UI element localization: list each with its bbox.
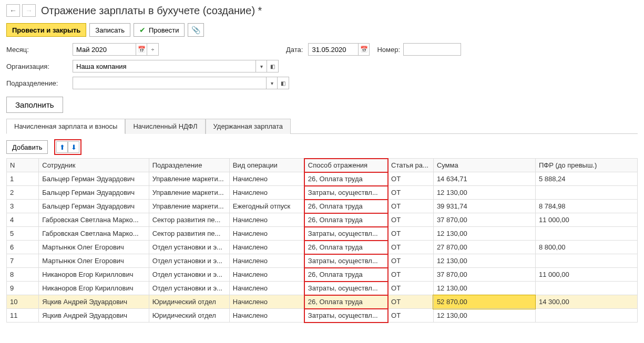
table-row[interactable]: 3Бальцер Герман ЭдуардовичУправление мар… xyxy=(7,200,638,213)
cell-article[interactable]: ОТ xyxy=(388,241,434,254)
cell-pfr[interactable] xyxy=(535,227,637,241)
cell-sum[interactable]: 37 870,00 xyxy=(433,213,535,227)
dep-open-button[interactable]: ◧ xyxy=(278,77,289,89)
cell-employee[interactable]: Никаноров Егор Кириллович xyxy=(39,282,149,295)
cell-pfr[interactable] xyxy=(535,282,637,295)
cell-operation[interactable]: Начислено xyxy=(229,268,304,282)
cell-department[interactable]: Отдел установки и э... xyxy=(149,241,229,254)
attach-button[interactable]: 📎 xyxy=(188,23,204,37)
cell-n[interactable]: 9 xyxy=(7,282,39,295)
cell-method[interactable]: 26, Оплата труда xyxy=(304,213,387,227)
cell-employee[interactable]: Яцкив Андрей Эдуардович xyxy=(39,295,149,309)
cell-sum[interactable]: 12 130,00 xyxy=(433,254,535,268)
cell-operation[interactable]: Начислено xyxy=(229,172,304,186)
table-row[interactable]: 1Бальцер Герман ЭдуардовичУправление мар… xyxy=(7,172,638,186)
cell-department[interactable]: Управление маркети... xyxy=(149,200,229,213)
cell-article[interactable]: ОТ xyxy=(388,309,434,323)
col-method[interactable]: Способ отражения xyxy=(304,159,387,172)
cell-sum[interactable]: 12 130,00 xyxy=(433,227,535,241)
col-operation[interactable]: Вид операции xyxy=(229,159,304,172)
add-button[interactable]: Добавить xyxy=(6,140,48,154)
cell-n[interactable]: 11 xyxy=(7,309,39,323)
cell-n[interactable]: 6 xyxy=(7,241,39,254)
cell-article[interactable]: ОТ xyxy=(388,282,434,295)
col-sum[interactable]: Сумма xyxy=(433,159,535,172)
forward-button[interactable]: → xyxy=(22,4,36,17)
cell-operation[interactable]: Начислено xyxy=(229,254,304,268)
cell-sum[interactable]: 12 130,00 xyxy=(433,282,535,295)
cell-employee[interactable]: Бальцер Герман Эдуардович xyxy=(39,172,149,186)
table-row[interactable]: 5Габровская Светлана Марко...Сектор разв… xyxy=(7,227,638,241)
cell-method[interactable]: Затраты, осуществл... xyxy=(304,282,387,295)
cell-n[interactable]: 1 xyxy=(7,172,39,186)
cell-sum[interactable]: 27 870,00 xyxy=(433,241,535,254)
post-and-close-button[interactable]: Провести и закрыть xyxy=(6,23,86,37)
cell-operation[interactable]: Начислено xyxy=(229,295,304,309)
cell-article[interactable]: ОТ xyxy=(388,227,434,241)
table-row[interactable]: 7Мартынюк Олег ЕгоровичОтдел установки и… xyxy=(7,254,638,268)
cell-operation[interactable]: Начислено xyxy=(229,282,304,295)
cell-n[interactable]: 5 xyxy=(7,227,39,241)
cell-method[interactable]: 26, Оплата труда xyxy=(304,241,387,254)
table-row[interactable]: 9Никаноров Егор КирилловичОтдел установк… xyxy=(7,282,638,295)
cell-pfr[interactable]: 11 000,00 xyxy=(535,268,637,282)
number-input[interactable] xyxy=(403,43,461,56)
cell-operation[interactable]: Начислено xyxy=(229,309,304,323)
cell-method[interactable]: 26, Оплата труда xyxy=(304,172,387,186)
cell-pfr[interactable]: 8 800,00 xyxy=(535,241,637,254)
cell-operation[interactable]: Ежегодный отпуск xyxy=(229,200,304,213)
dep-dropdown-button[interactable]: ▾ xyxy=(266,77,278,89)
cell-operation[interactable]: Начислено xyxy=(229,186,304,200)
fill-button[interactable]: Заполнить xyxy=(6,97,63,113)
col-department[interactable]: Подразделение xyxy=(149,159,229,172)
cell-article[interactable]: ОТ xyxy=(388,254,434,268)
cell-sum[interactable]: 14 634,71 xyxy=(433,172,535,186)
tab-ndfl[interactable]: Начисленный НДФЛ xyxy=(125,119,205,134)
cell-article[interactable]: ОТ xyxy=(388,213,434,227)
tab-withheld[interactable]: Удержанная зарплата xyxy=(206,119,291,134)
cell-department[interactable]: Юридический отдел xyxy=(149,309,229,323)
month-input[interactable] xyxy=(73,43,136,56)
cell-department[interactable]: Управление маркети... xyxy=(149,186,229,200)
tab-accrued-salary[interactable]: Начисленная зарплата и взносы xyxy=(6,119,125,134)
cell-department[interactable]: Отдел установки и э... xyxy=(149,268,229,282)
col-employee[interactable]: Сотрудник xyxy=(39,159,149,172)
month-calendar-button[interactable]: 📅 xyxy=(136,43,147,56)
cell-employee[interactable]: Мартынюк Олег Егорович xyxy=(39,241,149,254)
cell-method[interactable]: Затраты, осуществл... xyxy=(304,309,387,323)
col-pfr[interactable]: ПФР (до превыш.) xyxy=(535,159,637,172)
table-row[interactable]: 2Бальцер Герман ЭдуардовичУправление мар… xyxy=(7,186,638,200)
cell-department[interactable]: Сектор развития пе... xyxy=(149,213,229,227)
table-row[interactable]: 4Габровская Светлана Марко...Сектор разв… xyxy=(7,213,638,227)
org-open-button[interactable]: ◧ xyxy=(267,60,279,72)
org-dropdown-button[interactable]: ▾ xyxy=(255,60,267,72)
cell-pfr[interactable]: 11 000,00 xyxy=(535,213,637,227)
cell-sum[interactable]: 52 870,00 xyxy=(433,295,535,309)
cell-method[interactable]: 26, Оплата труда xyxy=(304,295,387,309)
cell-operation[interactable]: Начислено xyxy=(229,213,304,227)
cell-pfr[interactable] xyxy=(535,186,637,200)
cell-department[interactable]: Управление маркети... xyxy=(149,172,229,186)
cell-method[interactable]: Затраты, осуществл... xyxy=(304,186,387,200)
save-button[interactable]: Записать xyxy=(89,23,130,37)
cell-method[interactable]: 26, Оплата труда xyxy=(304,268,387,282)
cell-department[interactable]: Отдел установки и э... xyxy=(149,282,229,295)
month-spinner[interactable]: ÷ xyxy=(147,43,159,56)
cell-employee[interactable]: Яцкив Андрей Эдуардович xyxy=(39,309,149,323)
cell-employee[interactable]: Мартынюк Олег Егорович xyxy=(39,254,149,268)
cell-sum[interactable]: 12 130,00 xyxy=(433,186,535,200)
cell-employee[interactable]: Бальцер Герман Эдуардович xyxy=(39,200,149,213)
post-button[interactable]: ✔ Провести xyxy=(134,23,185,37)
cell-article[interactable]: ОТ xyxy=(388,295,434,309)
cell-sum[interactable]: 39 931,74 xyxy=(433,200,535,213)
cell-n[interactable]: 3 xyxy=(7,200,39,213)
cell-method[interactable]: Затраты, осуществл... xyxy=(304,254,387,268)
cell-article[interactable]: ОТ xyxy=(388,186,434,200)
cell-method[interactable]: 26, Оплата труда xyxy=(304,200,387,213)
cell-pfr[interactable]: 14 300,00 xyxy=(535,295,637,309)
cell-employee[interactable]: Габровская Светлана Марко... xyxy=(39,213,149,227)
col-article[interactable]: Статья ра... xyxy=(388,159,434,172)
org-input[interactable] xyxy=(73,60,255,72)
cell-pfr[interactable] xyxy=(535,254,637,268)
date-calendar-button[interactable]: 📅 xyxy=(358,43,370,56)
